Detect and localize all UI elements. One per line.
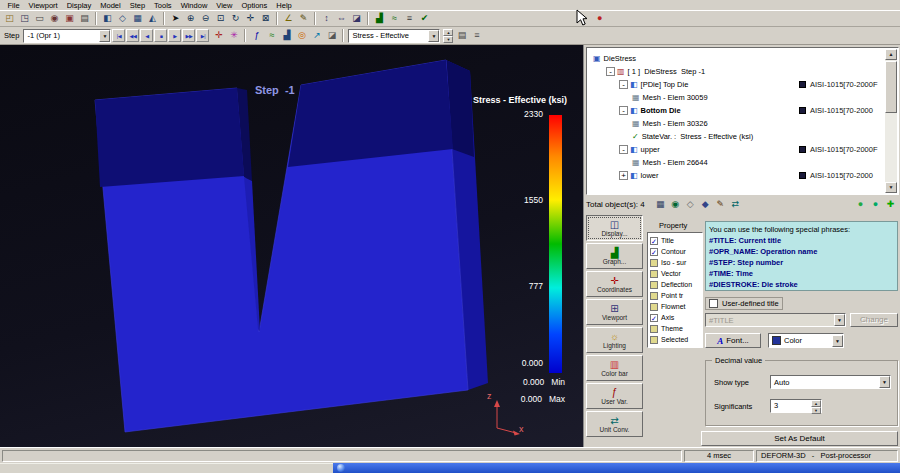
- tree-row[interactable]: -◧Bottom DieAISI-1015[70-2000: [589, 104, 898, 117]
- lighting-button[interactable]: ☼Lighting: [586, 327, 643, 353]
- step-combo[interactable]: -1 (Opr 1): [23, 29, 111, 43]
- menu-item-options[interactable]: Options: [237, 1, 272, 10]
- display-button[interactable]: ◫Display...: [586, 215, 643, 241]
- object-positioning-icon[interactable]: ●: [853, 197, 868, 212]
- copy-icon[interactable]: ▤: [77, 11, 92, 26]
- checkbox-checked-icon[interactable]: [650, 248, 658, 256]
- perspective-view-icon[interactable]: ◭: [145, 11, 160, 26]
- chart-icon[interactable]: ▟: [372, 11, 387, 26]
- viewport-3d[interactable]: Step -1 Stress - Effective (ksi) 2330 15…: [0, 45, 583, 447]
- contour-icon[interactable]: ◎: [294, 28, 309, 43]
- rotate-view-icon[interactable]: ↻: [228, 11, 243, 26]
- checkbox-unchecked-icon[interactable]: [650, 281, 658, 289]
- mirror-icon[interactable]: ⇔: [334, 11, 349, 26]
- font-button[interactable]: A Font...: [705, 333, 761, 348]
- checkbox-unchecked-icon[interactable]: [650, 336, 658, 344]
- step-backward-button[interactable]: ◀: [140, 29, 153, 42]
- add-object-icon[interactable]: ✚: [883, 197, 898, 212]
- zoom-window-icon[interactable]: ⊡: [213, 11, 228, 26]
- checkbox-checked-icon[interactable]: [650, 237, 658, 245]
- graph-button[interactable]: ▟Graph...: [586, 243, 643, 269]
- pan-view-icon[interactable]: ✛: [243, 11, 258, 26]
- menu-item-file[interactable]: File: [3, 1, 24, 10]
- spin-up-icon[interactable]: [811, 400, 821, 407]
- capture-image-icon[interactable]: ◉: [47, 11, 62, 26]
- object-table-icon[interactable]: ▦: [653, 197, 668, 212]
- scroll-thumb[interactable]: [885, 61, 897, 113]
- chevron-down-icon[interactable]: [834, 314, 845, 326]
- wireframe-object-icon[interactable]: ◇: [683, 197, 698, 212]
- menu-item-window[interactable]: Window: [176, 1, 212, 10]
- record-movie-icon[interactable]: ▣: [62, 11, 77, 26]
- scroll-down-icon[interactable]: [885, 182, 897, 193]
- tree-row[interactable]: -▥[ 1 ] DieStress Step -1: [589, 65, 898, 78]
- chevron-down-icon[interactable]: [428, 30, 439, 42]
- generate-mesh-icon[interactable]: ●: [868, 197, 883, 212]
- property-row[interactable]: Selected: [648, 334, 702, 345]
- taskbar-app-icon[interactable]: [337, 464, 345, 472]
- checkbox-unchecked-icon[interactable]: [650, 303, 658, 311]
- coordinates-button[interactable]: ✛Coordinates: [586, 271, 643, 297]
- stop-button[interactable]: ■: [154, 29, 167, 42]
- summary-icon[interactable]: ≡: [402, 11, 417, 26]
- property-row[interactable]: Vector: [648, 268, 702, 279]
- edit-object-icon[interactable]: ✎: [713, 197, 728, 212]
- print-icon[interactable]: ▭: [32, 11, 47, 26]
- scroll-up-icon[interactable]: [885, 49, 897, 60]
- set-as-default-button[interactable]: Set As Default: [701, 431, 898, 446]
- property-row[interactable]: Theme: [648, 323, 702, 334]
- colorbar-button[interactable]: ▥Color bar: [586, 355, 643, 381]
- annotate-icon[interactable]: ✎: [296, 11, 311, 26]
- zoom-in-icon[interactable]: ⊕: [183, 11, 198, 26]
- vector-plot-icon[interactable]: ↗: [309, 28, 324, 43]
- sync-icon[interactable]: ⇄: [728, 197, 743, 212]
- menu-item-display[interactable]: Display: [62, 1, 96, 10]
- zoom-out-icon[interactable]: ⊖: [198, 11, 213, 26]
- visibility-icon[interactable]: ◉: [668, 197, 683, 212]
- menu-item-view[interactable]: View: [212, 1, 237, 10]
- alert-icon[interactable]: ●: [597, 13, 602, 23]
- tree-scrollbar[interactable]: [885, 49, 897, 193]
- mesh-view-icon[interactable]: ▦: [130, 11, 145, 26]
- taskbar[interactable]: [0, 463, 900, 473]
- first-step-button[interactable]: |◀: [112, 29, 125, 42]
- significants-spin[interactable]: [811, 400, 821, 412]
- collapse-icon[interactable]: -: [606, 67, 615, 76]
- measure-icon[interactable]: ∠: [281, 11, 296, 26]
- collapse-icon[interactable]: -: [619, 80, 628, 89]
- collapse-icon[interactable]: -: [619, 106, 628, 115]
- list-icon[interactable]: ≡: [469, 28, 484, 43]
- property-row[interactable]: Flownet: [648, 301, 702, 312]
- spin-down-icon[interactable]: [811, 407, 821, 414]
- show-type-combo[interactable]: Auto: [770, 375, 891, 389]
- checkbox-unchecked-icon[interactable]: [650, 292, 658, 300]
- spin-down-icon[interactable]: [443, 36, 453, 43]
- property-row[interactable]: Contour: [648, 246, 702, 257]
- bar-graph-icon[interactable]: ▟: [279, 28, 294, 43]
- chevron-down-icon[interactable]: [832, 335, 843, 347]
- significants-stepper[interactable]: 3: [770, 399, 822, 413]
- chevron-down-icon[interactable]: [879, 376, 890, 388]
- open-database-icon[interactable]: ◰: [2, 11, 17, 26]
- last-step-button[interactable]: ▶|: [196, 29, 209, 42]
- shaded-view-icon[interactable]: ◧: [100, 11, 115, 26]
- menu-item-viewport[interactable]: Viewport: [24, 1, 62, 10]
- step-forward-button[interactable]: ▶: [168, 29, 181, 42]
- slice-icon[interactable]: ◪: [324, 28, 339, 43]
- state-variable-combo[interactable]: Stress - Effective: [348, 29, 440, 43]
- menu-item-help[interactable]: Help: [272, 1, 296, 10]
- property-row[interactable]: Iso - sur: [648, 257, 702, 268]
- menu-item-model[interactable]: Model: [96, 1, 125, 10]
- shaded-object-icon[interactable]: ◆: [698, 197, 713, 212]
- expand-icon[interactable]: +: [619, 171, 628, 180]
- tree-row[interactable]: ✓StateVar. : Stress - Effective (ksi): [589, 130, 898, 143]
- property-row[interactable]: Title: [648, 235, 702, 246]
- tree-row[interactable]: -◧[PDie] Top DieAISI-1015[70-2000F: [589, 78, 898, 91]
- checkbox-unchecked-icon[interactable]: [650, 270, 658, 278]
- tree-row[interactable]: -◧upperAISI-1015[70-2000F: [589, 143, 898, 156]
- tree-row[interactable]: +◧lowerAISI-1015[70-2000: [589, 169, 898, 182]
- min-max-icon[interactable]: ↕: [319, 11, 334, 26]
- property-row[interactable]: Deflection: [648, 279, 702, 290]
- tree-row[interactable]: ▣DieStress: [589, 52, 898, 65]
- spin-up-icon[interactable]: [443, 29, 453, 36]
